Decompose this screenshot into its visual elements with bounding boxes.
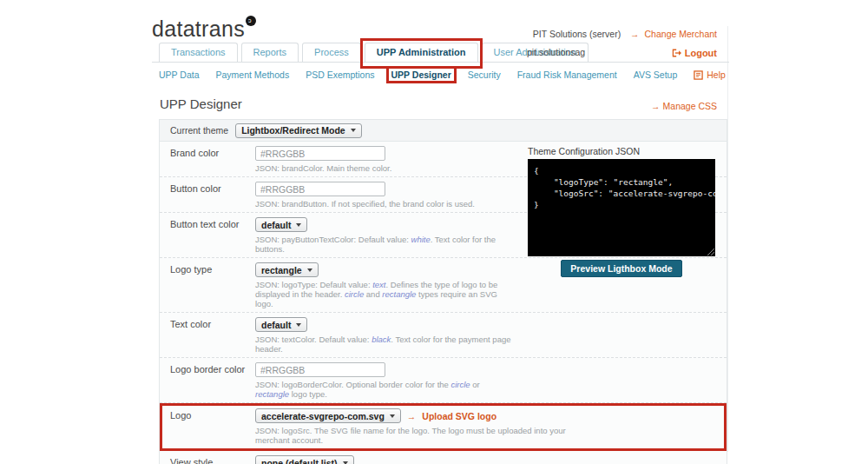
- arrow-right-icon: →: [630, 29, 640, 39]
- logout-button[interactable]: Logout: [672, 48, 717, 58]
- subnav-upp-designer[interactable]: UPP Designer: [391, 70, 451, 80]
- content-area: datatransɔ PIT Solutions (server) → Chan…: [152, 0, 729, 464]
- field-description: JSON: textColor. Default value: black. T…: [255, 335, 512, 354]
- upp-subnav: UPP Data Payment Methods PSD Exemptions …: [152, 63, 729, 85]
- upload-svg-logo-link[interactable]: Upload SVG logo: [422, 411, 496, 421]
- json-textarea[interactable]: { "logoType": "rectangle", "logoSrc": "a…: [528, 159, 715, 256]
- form-row-logo-border-color: Logo border color JSON: logoBorderColor.…: [160, 358, 727, 403]
- resize-grip-icon[interactable]: [706, 247, 714, 255]
- button-text-color-select[interactable]: default: [255, 217, 307, 232]
- chevron-down-icon: [296, 223, 301, 227]
- current-theme-label: Current theme: [170, 125, 228, 136]
- subnav-upp-data[interactable]: UPP Data: [159, 70, 200, 80]
- form-row-view-style: View style none (default list) JSON: ini…: [160, 451, 727, 464]
- manage-css-link[interactable]: →Manage CSS: [651, 101, 717, 111]
- preview-button-row: Preview Ligthbox Mode: [528, 260, 715, 277]
- help-link[interactable]: Help: [694, 70, 738, 80]
- button-color-input[interactable]: [255, 182, 385, 196]
- json-panel-title: Theme Configuration JSON: [528, 146, 715, 156]
- main-tab-bar: Transactions Reports Process UPP Adminis…: [152, 42, 729, 63]
- json-panel: Theme Configuration JSON { "logoType": "…: [528, 146, 715, 277]
- tab-transactions[interactable]: Transactions: [159, 43, 238, 62]
- tab-upp-administration[interactable]: UPP Administration: [365, 43, 478, 62]
- logo-type-select[interactable]: rectangle: [255, 262, 319, 277]
- subnav-payment-methods[interactable]: Payment Methods: [216, 70, 290, 80]
- field-label: View style: [170, 455, 255, 464]
- form-row-logo: Logo accelerate-svgrepo-com.svg → Upload…: [160, 403, 727, 451]
- page-title-row: UPP Designer →Manage CSS: [152, 85, 729, 119]
- current-theme-bar: Current theme Lightbox/Redirect Mode: [160, 120, 727, 142]
- field-label: Logo type: [170, 262, 255, 308]
- field-label: Button text color: [170, 217, 255, 254]
- field-label: Brand color: [170, 146, 255, 173]
- chevron-down-icon: [296, 323, 301, 327]
- arrow-right-icon: →: [651, 101, 661, 111]
- text-color-select[interactable]: default: [255, 317, 307, 332]
- datatrans-logo: datatransɔ: [152, 17, 256, 40]
- logout-icon: [672, 49, 682, 57]
- view-style-select[interactable]: none (default list): [255, 455, 354, 464]
- username-label: pit.solutionsag: [527, 47, 585, 57]
- merchant-line: PIT Solutions (server) → Change Merchant: [533, 29, 717, 40]
- field-description: JSON: logoBorderColor. Optional border c…: [255, 380, 512, 399]
- field-description: JSON: payButtonTextColor: Default value:…: [255, 235, 512, 254]
- field-label: Text color: [170, 317, 255, 354]
- tab-reports[interactable]: Reports: [241, 43, 299, 62]
- field-description: JSON: logoType: Default value: text. Def…: [255, 280, 512, 308]
- chevron-down-icon: [351, 129, 356, 132]
- arrow-right-icon: →: [407, 411, 417, 421]
- field-description: JSON: brandColor. Main theme color.: [255, 163, 512, 173]
- subnav-fraud-risk-management[interactable]: Fraud Risk Management: [517, 70, 617, 80]
- field-label: Logo: [170, 408, 255, 445]
- field-label: Logo border color: [170, 362, 255, 399]
- subnav-psd-exemptions[interactable]: PSD Exemptions: [306, 70, 374, 80]
- change-merchant-link[interactable]: Change Merchant: [645, 29, 717, 39]
- chevron-down-icon: [343, 461, 348, 464]
- upp-designer-page: datatransɔ PIT Solutions (server) → Chan…: [0, 0, 868, 464]
- logo-file-select[interactable]: accelerate-svgrepo-com.svg: [255, 408, 401, 423]
- tab-process[interactable]: Process: [302, 43, 361, 62]
- header-bar: datatransɔ PIT Solutions (server) → Chan…: [152, 0, 729, 42]
- chevron-down-icon: [307, 268, 312, 272]
- preview-lightbox-button[interactable]: Preview Ligthbox Mode: [561, 260, 681, 277]
- datatrans-badge-icon: ɔ: [246, 16, 256, 26]
- subnav-security[interactable]: Security: [468, 70, 501, 80]
- field-description: JSON: brandButton. If not specified, the…: [255, 199, 512, 209]
- form-row-text-color: Text color default JSON: textColor. Defa…: [160, 313, 727, 358]
- logo-border-color-input[interactable]: [255, 362, 385, 377]
- merchant-name: PIT Solutions (server): [533, 29, 621, 39]
- theme-config-panel: Current theme Lightbox/Redirect Mode The…: [159, 119, 727, 464]
- field-description: JSON: logoSrc. The SVG file name for the…: [255, 426, 594, 445]
- brand-color-input[interactable]: [255, 146, 385, 161]
- field-label: Button color: [170, 182, 255, 209]
- datatrans-wordmark: datatrans: [152, 17, 245, 41]
- chevron-down-icon: [390, 414, 395, 418]
- help-book-icon: [694, 70, 703, 80]
- current-theme-select[interactable]: Lightbox/Redirect Mode: [235, 123, 362, 138]
- subnav-avs-setup[interactable]: AVS Setup: [634, 70, 678, 80]
- page-title: UPP Designer: [160, 96, 242, 111]
